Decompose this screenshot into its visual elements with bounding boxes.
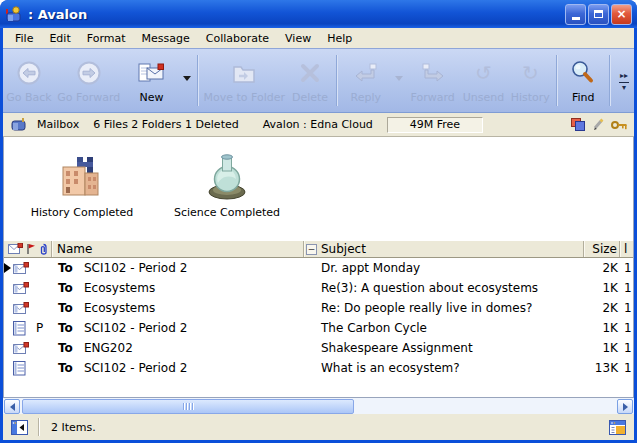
reply-button[interactable]: Reply [340,53,392,112]
folder-title: Mailbox [37,118,79,131]
pane-toggle-left-icon[interactable] [11,420,28,435]
scroll-right-button[interactable] [617,399,633,414]
scrollbar-thumb[interactable] [22,399,354,414]
row-to-label: To [52,361,80,375]
column-header-last-truncated[interactable]: l [620,241,633,257]
pane-toggle-right-icon[interactable] [609,420,626,435]
row-last-truncated: 1 [620,321,633,335]
key-icon[interactable] [611,119,628,130]
message-row[interactable]: To Ecosystems Re(3): A question about ec… [4,278,633,298]
chevron-down-icon [183,76,191,81]
menu-help[interactable]: Help [319,30,360,47]
maximize-button[interactable] [588,4,609,25]
message-row[interactable]: To SCI102 - Period 2 Dr. appt Monday 2K … [4,258,633,278]
reply-dropdown-button[interactable] [392,53,406,112]
envelope-icon [13,262,29,275]
menu-view[interactable]: View [277,30,319,47]
forward-button[interactable]: Forward [406,53,460,112]
flag-icon [26,243,36,255]
message-row[interactable]: To ENG202 Shakespeare Assignment 1K 1 [4,338,633,358]
history-icon: ↻ [522,57,539,89]
go-forward-button[interactable]: Go Forward [55,53,123,112]
collapse-box-icon[interactable]: − [306,244,317,255]
column-header-name[interactable]: Name [52,241,304,257]
unsend-button[interactable]: ↺ Unsend [460,53,508,112]
delete-button[interactable]: Delete [287,53,333,112]
row-size: 1K [584,341,620,355]
horizontal-scrollbar[interactable] [3,397,634,414]
forward-icon [419,57,447,89]
close-button[interactable]: × [611,4,632,25]
info-bar: Mailbox 6 Files 2 Folders 1 Deleted Aval… [3,113,634,137]
arrow-left-icon [10,403,15,411]
menu-bar: File Edit Format Message Collaborate Vie… [3,28,634,48]
toolbar: Go Back Go Forward New [3,48,634,113]
free-space-indicator: 49M Free [387,117,483,133]
status-bar: 2 Items. [3,414,634,440]
row-name: Ecosystems [80,301,304,315]
new-message-icon [137,57,167,89]
message-list-header: Name − Subject Size l [4,240,633,258]
pencil-icon[interactable] [592,118,604,131]
unsend-icon: ↺ [475,57,492,89]
row-subject: Re: Do people really live in domes? [304,301,584,315]
row-type-icon [10,361,36,376]
row-type-icon [10,302,36,315]
go-forward-icon [76,57,102,89]
row-size: 2K [584,301,620,315]
toolbar-overflow-icon[interactable]: ▸▸ ▾ [614,53,634,112]
history-button[interactable]: ↻ History [507,53,553,112]
row-to-label: To [52,301,80,315]
row-last-truncated: 1 [620,261,633,275]
row-type-icon [10,282,36,295]
row-type-icon [10,321,36,336]
menu-edit[interactable]: Edit [41,30,78,47]
header-icon-columns[interactable] [4,241,52,257]
folder-item-label: Science Completed [174,206,280,219]
toolbar-separator [336,55,337,106]
move-to-folder-button[interactable]: Move to Folder [201,53,287,112]
message-row[interactable]: To Ecosystems Re: Do people really live … [4,298,633,318]
menu-collaborate[interactable]: Collaborate [198,30,277,47]
row-subject: The Carbon Cycle [304,321,584,335]
find-button[interactable]: Find [560,53,606,112]
envelope-icon [8,243,23,255]
envelope-icon [13,302,29,315]
row-size: 1K [584,321,620,335]
menu-file[interactable]: File [7,30,41,47]
message-row[interactable]: To SCI102 - Period 2 What is an ecosyste… [4,358,633,378]
row-type-icon [10,342,36,355]
row-to-label: To [52,261,80,275]
new-button[interactable]: New [123,53,181,112]
folder-item-science[interactable]: Science Completed [172,149,282,240]
column-header-size[interactable]: Size [584,241,620,257]
row-last-truncated: 1 [620,361,633,375]
layers-icon[interactable] [571,118,585,131]
folder-stats: 6 Files 2 Folders 1 Deleted [93,118,238,131]
statusbar-separator [38,418,39,436]
minimize-button[interactable] [565,4,586,25]
row-size: 1K [584,281,620,295]
new-dropdown-button[interactable] [180,53,194,112]
maximize-icon [594,10,603,18]
row-to-label: To [52,341,80,355]
go-back-button[interactable]: Go Back [3,53,55,112]
folder-item-history[interactable]: History Completed [30,149,134,240]
message-row[interactable]: P To SCI102 - Period 2 The Carbon Cycle … [4,318,633,338]
account-name: Avalon : Edna Cloud [263,118,373,131]
message-list: To SCI102 - Period 2 Dr. appt Monday 2K … [4,258,633,378]
row-subject: Shakespeare Assignment [304,341,584,355]
minimize-icon [572,17,580,20]
row-size: 2K [584,261,620,275]
toolbar-separator [609,55,610,106]
menu-format[interactable]: Format [79,30,134,47]
envelope-icon [13,282,29,295]
go-back-icon [16,57,42,89]
row-name: SCI102 - Period 2 [80,321,304,335]
title-bar[interactable]: : Avalon × [0,0,637,28]
menu-message[interactable]: Message [134,30,198,47]
column-header-subject[interactable]: − Subject [304,241,584,257]
scroll-left-button[interactable] [4,399,20,414]
delete-icon [298,57,322,89]
row-subject: What is an ecosystem? [304,361,584,375]
